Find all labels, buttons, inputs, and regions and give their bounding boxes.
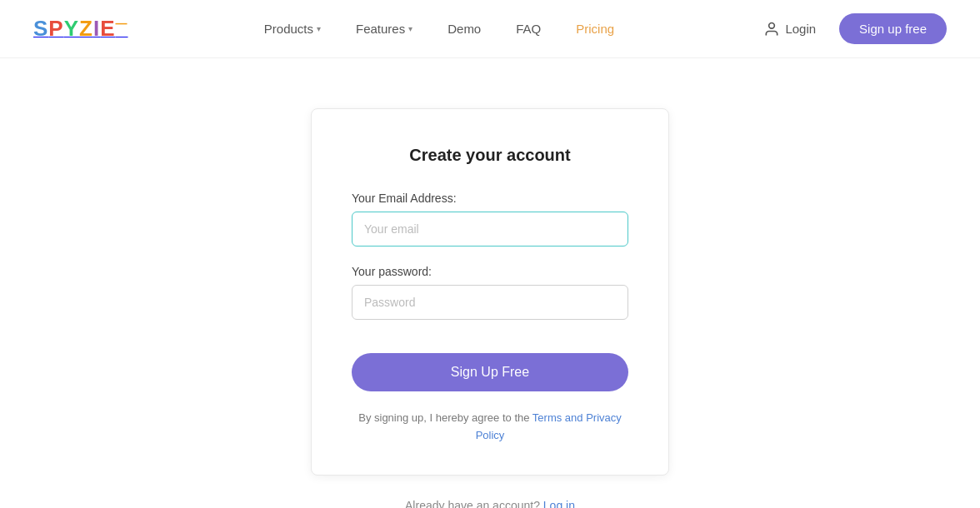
email-input[interactable] — [352, 212, 628, 247]
password-label: Your password: — [352, 265, 628, 278]
login-link[interactable]: Log in — [543, 499, 575, 508]
logo[interactable]: SPYZIE― — [33, 16, 128, 42]
email-field-group: Your Email Address: — [352, 192, 628, 247]
card-title: Create your account — [352, 146, 628, 165]
password-field-group: Your password: — [352, 265, 628, 320]
chevron-down-icon: ▾ — [408, 24, 412, 33]
nav-item-pricing[interactable]: Pricing — [562, 15, 628, 42]
nav-item-demo[interactable]: Demo — [434, 15, 494, 42]
nav-item-faq[interactable]: FAQ — [502, 15, 554, 42]
email-label: Your Email Address: — [352, 192, 628, 205]
nav-item-features[interactable]: Features ▾ — [342, 15, 426, 42]
main-nav: Products ▾ Features ▾ Demo FAQ Pricing — [251, 15, 628, 42]
password-input[interactable] — [352, 285, 628, 320]
signup-form: Your Email Address: Your password: Sign … — [352, 192, 628, 445]
user-icon — [763, 21, 780, 37]
already-account-text: Already have an account? Log in — [405, 499, 575, 508]
login-button[interactable]: Login — [750, 14, 829, 44]
signup-header-button[interactable]: Sign up free — [839, 13, 947, 44]
chevron-down-icon: ▾ — [317, 24, 321, 33]
terms-text: By signing up, I hereby agree to the Ter… — [352, 410, 628, 445]
nav-actions: Login Sign up free — [750, 13, 947, 44]
main-content: Create your account Your Email Address: … — [0, 58, 980, 508]
signup-card: Create your account Your Email Address: … — [311, 108, 669, 476]
signup-submit-button[interactable]: Sign Up Free — [352, 353, 628, 391]
site-header: SPYZIE― Products ▾ Features ▾ Demo FAQ P… — [0, 0, 980, 58]
svg-point-0 — [769, 22, 775, 28]
nav-item-products[interactable]: Products ▾ — [251, 15, 334, 42]
